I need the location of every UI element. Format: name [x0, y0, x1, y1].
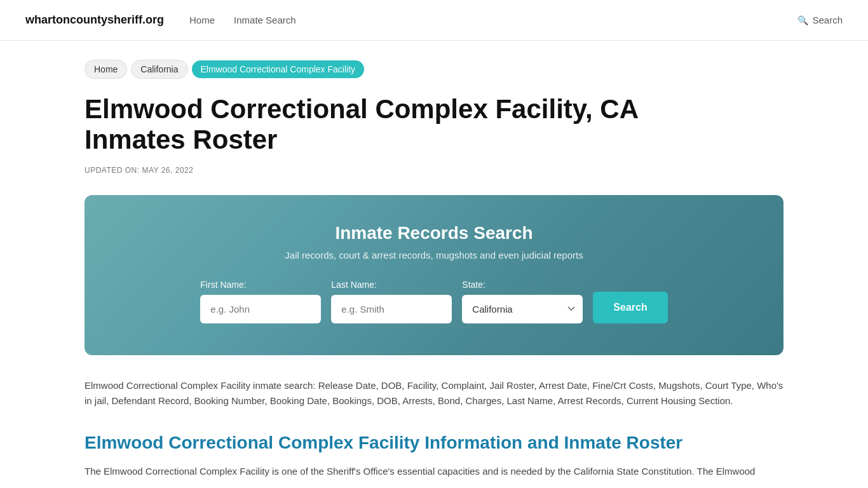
search-section-title: Inmate Records Search	[123, 223, 745, 243]
nav-links: Home Inmate Search	[189, 15, 772, 25]
first-name-label: First Name:	[200, 280, 321, 290]
inmate-records-search-section: Inmate Records Search Jail records, cour…	[85, 195, 783, 355]
breadcrumb-home[interactable]: Home	[85, 60, 127, 79]
nav-search-button[interactable]: 🔍 Search	[797, 15, 843, 25]
search-icon: 🔍	[797, 15, 808, 25]
breadcrumb-current[interactable]: Elmwood Correctional Complex Facility	[192, 60, 365, 78]
nav-search-label: Search	[812, 15, 843, 25]
main-content: Home California Elmwood Correctional Com…	[59, 41, 809, 488]
section-heading: Elmwood Correctional Complex Facility In…	[85, 432, 783, 454]
last-name-group: Last Name:	[331, 280, 452, 323]
nav-inmate-search[interactable]: Inmate Search	[234, 15, 296, 25]
search-form: First Name: Last Name: State: AlabamaAla…	[123, 280, 745, 323]
updated-label: UPDATED ON: MAY 26, 2022	[85, 166, 783, 175]
breadcrumb-california[interactable]: California	[131, 60, 187, 79]
site-brand[interactable]: whartoncountysheriff.org	[25, 13, 164, 27]
facility-description: Elmwood Correctional Complex Facility in…	[85, 378, 783, 410]
state-group: State: AlabamaAlaskaArizonaArkansasCalif…	[462, 280, 583, 323]
last-name-label: Last Name:	[331, 280, 452, 290]
state-select[interactable]: AlabamaAlaskaArizonaArkansasCaliforniaCo…	[462, 295, 583, 323]
page-title: Elmwood Correctional Complex Facility, C…	[85, 94, 656, 156]
last-name-input[interactable]	[331, 295, 452, 323]
first-name-input[interactable]	[200, 295, 321, 323]
section-body: The Elmwood Correctional Complex Facilit…	[85, 464, 783, 480]
search-section-subtitle: Jail records, court & arrest records, mu…	[123, 250, 745, 261]
search-button[interactable]: Search	[593, 292, 667, 323]
navbar: whartoncountysheriff.org Home Inmate Sea…	[0, 0, 868, 41]
state-label: State:	[462, 280, 583, 290]
nav-home[interactable]: Home	[189, 15, 215, 25]
first-name-group: First Name:	[200, 280, 321, 323]
breadcrumb: Home California Elmwood Correctional Com…	[85, 60, 783, 79]
